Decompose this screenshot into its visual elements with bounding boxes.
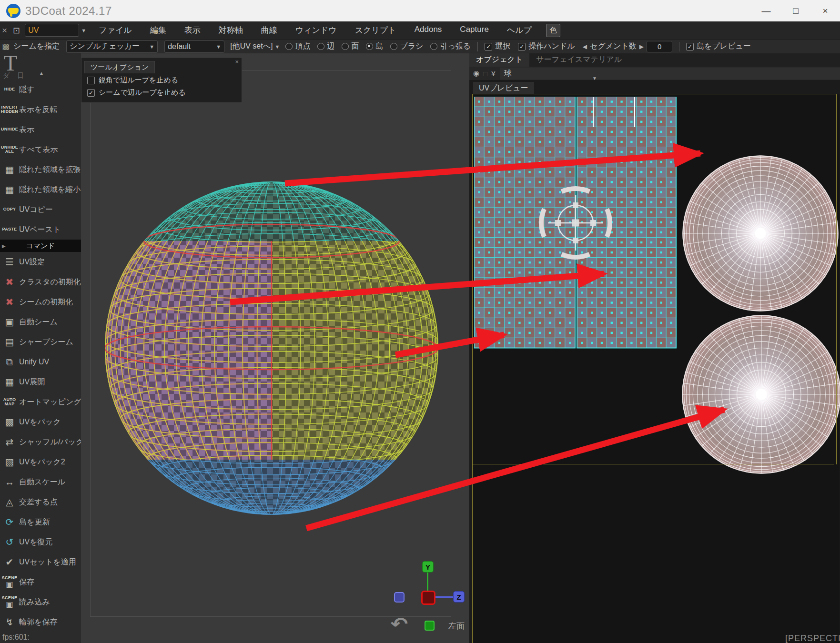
sidebar-item-uv-paste[interactable]: PASTEUVペースト — [0, 220, 81, 240]
room-selector[interactable]: UV — [25, 24, 79, 37]
segments-value[interactable]: 0 — [647, 41, 672, 52]
sidebar-item-restore-uv[interactable]: ↺UVを復元 — [0, 532, 81, 552]
popup-close-icon[interactable]: × — [235, 58, 239, 65]
increase-icon[interactable]: ▶ — [639, 43, 644, 50]
radio-icon[interactable] — [366, 43, 373, 50]
sidebar-item-update-islands[interactable]: ⟳島を更新 — [0, 512, 81, 532]
tool-option-0[interactable]: 鋭角で辺ループを止める — [87, 76, 186, 85]
sidebar-item-hide[interactable]: HIDE隠す — [0, 80, 81, 100]
menu-item-0[interactable]: ファイル — [99, 25, 132, 36]
tool-option-1[interactable]: ✓シームで辺ループを止める — [87, 88, 186, 97]
eye-icon[interactable]: ◉ — [473, 69, 479, 78]
menu-item-6[interactable]: スクリプト — [355, 25, 396, 36]
room-dropdown-arrow-icon[interactable]: ▼ — [81, 28, 86, 33]
mode-頂点[interactable]: 頂点 — [285, 41, 310, 51]
axis-y-handle[interactable]: Y — [422, 561, 434, 573]
axis-origin-handle[interactable] — [421, 591, 435, 605]
uv-islands[interactable] — [469, 95, 840, 624]
save-icon: SCENE▣ — [0, 576, 19, 588]
mode-島[interactable]: 島 — [366, 41, 383, 51]
tab-surface-materials[interactable]: サーフェイスマテリアル — [529, 53, 628, 67]
check-island-preview[interactable]: ✓島をプレビュー — [686, 41, 751, 51]
color-button[interactable]: 色 — [546, 24, 560, 37]
minimize-button[interactable]: — — [751, 0, 781, 21]
sidebar-item-load[interactable]: SCENE▣読み込み — [0, 592, 81, 612]
sidebar-item-pack-uv2[interactable]: ▧UVをパック2 — [0, 452, 81, 472]
menu-item-2[interactable]: 表示 — [184, 25, 201, 36]
sidebar-item-intersecting-points[interactable]: ◬交差する点 — [0, 492, 81, 512]
radio-icon[interactable] — [317, 43, 324, 50]
menu-item-4[interactable]: 曲線 — [261, 25, 277, 36]
close-button[interactable]: × — [810, 0, 840, 21]
radio-icon[interactable] — [285, 43, 293, 50]
checkbox-icon[interactable]: ✓ — [518, 43, 526, 50]
sidebar-item-apply-uv-set[interactable]: ✔UVセットを適用 — [0, 552, 81, 572]
shrink-hidden-area-icon: ▦ — [0, 185, 19, 194]
sidebar-item-auto-seams[interactable]: ▣自動シーム — [0, 312, 81, 332]
sidebar-item-uv-unwrap[interactable]: ▦UV展開 — [0, 372, 81, 392]
tool-options-tab[interactable]: ツールオプション — [84, 61, 155, 73]
menu-item-1[interactable]: 編集 — [150, 25, 166, 36]
checkbox-icon[interactable]: ✓ — [686, 43, 694, 50]
checkbox-icon[interactable] — [87, 77, 95, 84]
sidebar-item-pack-uv[interactable]: ▩UVをパック — [0, 412, 81, 432]
mode-面[interactable]: 面 — [342, 41, 359, 51]
lock-icon[interactable]: □ — [483, 70, 487, 78]
check-1[interactable]: ✓操作ハンドル — [518, 41, 575, 51]
maximize-button[interactable]: □ — [781, 0, 810, 21]
radio-icon[interactable] — [430, 43, 437, 50]
sidebar-item-uv-copy[interactable]: COPYUVコピー — [0, 200, 81, 220]
close-room-icon[interactable]: × — [2, 25, 7, 36]
uvset-dropdown[interactable]: default ▼ — [164, 40, 224, 53]
mode-辺[interactable]: 辺 — [317, 41, 334, 51]
menu-item-7[interactable]: Addons — [415, 25, 442, 36]
sidebar-item-invert-hidden[interactable]: INVERTHIDDEN表示を反転 — [0, 100, 81, 120]
scroll-up-icon[interactable]: ▲ — [39, 70, 44, 76]
menu-item-5[interactable]: ウィンドウ — [295, 25, 337, 36]
sidebar-item-shrink-hidden-area[interactable]: ▦隠れた領域を縮小 — [0, 180, 81, 200]
radio-icon[interactable] — [390, 43, 397, 50]
sidebar-item-shuffle-pack[interactable]: ⇄シャッフル/パック — [0, 432, 81, 452]
menu-item-3[interactable]: 対称軸 — [219, 25, 243, 36]
panel-splitter-arrow-icon[interactable]: ▼ — [592, 76, 597, 81]
move-to-uvset-dropdown[interactable]: [他UV setへ] ▼ — [230, 41, 280, 51]
checkbox-icon[interactable]: ✓ — [485, 43, 492, 50]
sidebar-item-auto-scale[interactable]: ↔自動スケール — [0, 472, 81, 492]
panel-border — [472, 464, 834, 464]
axis-z-handle[interactable]: Z — [453, 591, 465, 603]
sidebar-item-sharp-seams[interactable]: ▤シャープシーム — [0, 332, 81, 352]
sidebar-item-unhide[interactable]: UNHIDE表示 — [0, 120, 81, 140]
sidebar-item-init-clusters[interactable]: ✖クラスタの初期化 — [0, 272, 81, 292]
undo-arrow-icon[interactable]: ↶ — [391, 613, 408, 634]
sidebar-item-init-seams[interactable]: ✖シームの初期化 — [0, 292, 81, 312]
sidebar-item-unhide-all[interactable]: UNHIDEALLすべて表示 — [0, 140, 81, 160]
sidebar-item-save-contour[interactable]: ↯輪郭を保存 — [0, 612, 81, 632]
symmetry-icon[interactable]: Ұ — [491, 70, 495, 78]
sidebar-item-save[interactable]: SCENE▣保存 — [0, 572, 81, 592]
title-bar[interactable]: 3DCoat 2024.17 — □ × — [0, 0, 840, 21]
check-0[interactable]: ✓選択 — [485, 41, 510, 51]
sidebar-item-uv-settings[interactable]: ☰UV設定 — [0, 252, 81, 272]
decrease-icon[interactable]: ◀ — [583, 43, 587, 50]
object-row[interactable]: ◉ □ Ұ 球 — [469, 67, 840, 80]
menu-item-9[interactable]: ヘルプ — [507, 25, 532, 36]
document-gear-icon[interactable]: ⊡ — [13, 25, 20, 36]
unify-uv-icon: ⧉ — [0, 357, 19, 367]
mode-引っ張る[interactable]: 引っ張る — [430, 41, 471, 51]
command-section-header[interactable]: ▶コマンド — [0, 240, 81, 252]
sidebar-item-unify-uv[interactable]: ⧉Unify UV — [0, 352, 81, 372]
segments-stepper[interactable]: ◀ セグメント数 ▶ 0 — [583, 41, 672, 52]
checkbox-icon[interactable]: ✓ — [87, 89, 95, 97]
mode-ブラシ[interactable]: ブラシ — [390, 41, 423, 51]
view-color-swatch[interactable] — [425, 621, 435, 631]
radio-icon[interactable] — [342, 43, 349, 50]
sidebar-item-expand-hidden-area[interactable]: ▦隠れた領域を拡張 — [0, 160, 81, 180]
object-name[interactable]: 球 — [500, 68, 840, 80]
tab-objects[interactable]: オブジェクト — [469, 53, 529, 67]
checker-dropdown[interactable]: シンプルチェッカー ▼ — [66, 40, 158, 53]
axis-x-handle[interactable] — [394, 592, 405, 603]
tab-uv-preview[interactable]: UVプレビュー — [473, 82, 534, 95]
sidebar-item-auto-mapping[interactable]: AUTOMAPオートマッピング — [0, 392, 81, 412]
menu-item-8[interactable]: Capture — [460, 25, 488, 36]
viewport-3d[interactable]: × ツールオプション 鋭角で辺ループを止める✓シームで辺ループを止める ∿ Y … — [81, 53, 469, 643]
